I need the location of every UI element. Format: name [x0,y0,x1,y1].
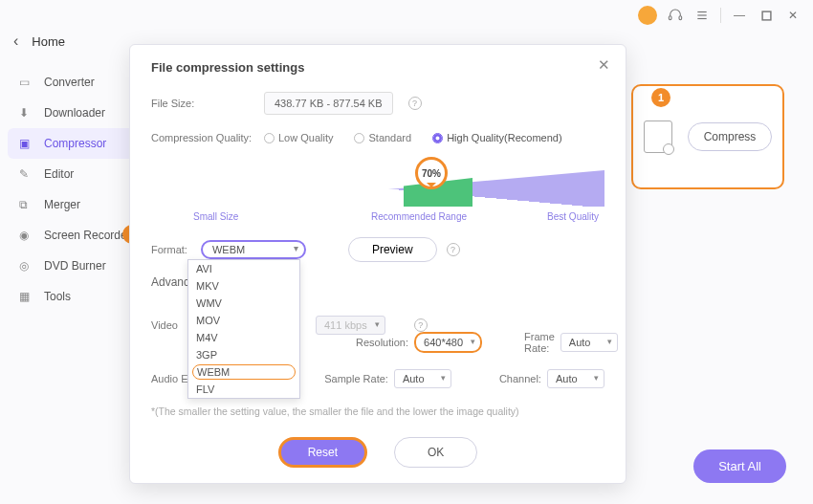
info-icon[interactable]: ? [447,243,460,256]
dvd-burner-icon: ◎ [19,259,34,273]
radio-low-quality[interactable]: Low Quality [264,132,333,143]
reset-button[interactable]: Reset [278,437,367,468]
dialog-title: File compression settings [151,60,604,75]
radio-label: Standard [368,132,411,143]
format-option[interactable]: WMV [188,295,299,312]
format-option[interactable]: M4V [188,329,299,346]
bitrate-input[interactable]: 411 kbps [316,316,385,335]
samplerate-select[interactable]: Auto [394,369,451,388]
setting-hint: *(The smaller the setting value, the sma… [151,405,604,417]
channel-label: Channel: [499,373,541,384]
sidebar-item-label: Compressor [44,137,106,150]
info-icon[interactable]: ? [408,97,422,110]
editor-icon: ✎ [19,167,34,181]
support-icon[interactable] [667,7,684,24]
home-link[interactable]: ‹ Home [13,33,65,50]
converter-icon: ▭ [19,76,34,89]
quality-gradient [193,170,604,207]
sidebar-item-label: Downloader [44,106,105,120]
quality-label: Compression Quality: [151,132,256,143]
hamburger-icon[interactable] [693,7,711,24]
format-dropdown-list[interactable]: AVI MKV WMV MOV M4V 3GP WEBM FLV [187,259,300,399]
compressor-icon: ▣ [19,137,34,150]
sidebar-item-label: Screen Recorder [44,229,131,242]
format-option[interactable]: MKV [188,277,299,295]
format-option[interactable]: 3GP [188,346,299,363]
svg-rect-1 [679,16,682,20]
format-label: Format: [151,244,187,255]
format-option[interactable]: FLV [188,381,299,398]
format-option[interactable]: MOV [188,312,299,329]
screen-recorder-icon: ◉ [19,229,34,242]
radio-label: Low Quality [278,132,333,143]
sidebar-item-label: Tools [44,290,71,303]
format-option-highlighted[interactable]: WEBM [192,364,296,380]
qlabel-recommended: Recommended Range [371,211,467,222]
ok-button[interactable]: OK [394,437,477,468]
chevron-left-icon: ‹ [13,33,18,50]
video-encoder-label: Video [151,319,178,331]
sidebar-item-label: DVD Burner [44,259,106,273]
minimize-icon[interactable]: — [731,7,748,24]
sidebar-item-label: Converter [44,76,95,89]
framerate-label: Frame Rate: [524,331,555,354]
compress-button[interactable]: Compress [688,122,773,151]
sidebar-item-label: Editor [44,167,74,181]
info-icon[interactable]: ? [414,318,428,332]
samplerate-label: Sample Rate: [324,373,388,384]
sidebar-item-label: Merger [44,198,80,211]
qlabel-best: Best Quality [547,211,599,222]
home-label: Home [32,34,65,49]
close-icon[interactable]: ✕ [595,56,612,74]
svg-rect-5 [762,11,771,20]
resolution-select[interactable]: 640*480 [414,332,482,353]
downloader-icon: ⬇ [19,106,34,120]
quality-slider[interactable]: 70% Small Size Recommended Range Best Qu… [151,161,604,222]
maximize-icon[interactable] [758,7,775,24]
format-select[interactable]: WEBM [201,240,306,259]
qlabel-small: Small Size [193,211,238,222]
resolution-label: Resolution: [356,337,408,348]
filesize-label: File Size: [151,98,256,109]
format-option[interactable]: AVI [188,260,299,277]
file-compression-settings-dialog: File compression settings ✕ File Size: 4… [129,44,626,484]
quality-percent-bubble[interactable]: 70% [415,157,448,189]
filesize-value[interactable]: 438.77 KB - 877.54 KB [264,92,393,115]
document-settings-icon[interactable] [644,121,672,153]
svg-rect-0 [669,16,671,20]
preview-button[interactable]: Preview [348,237,437,262]
radio-standard[interactable]: Standard [354,132,411,143]
start-all-button[interactable]: Start All [693,449,786,483]
framerate-select[interactable]: Auto [560,333,618,352]
callout-1: 1 [651,88,670,107]
tools-icon: ▦ [19,290,34,303]
merger-icon: ⧉ [19,198,34,211]
radio-label: High Quality(Recomend) [447,132,561,143]
radio-high-quality[interactable]: High Quality(Recomend) [432,132,561,143]
channel-select[interactable]: Auto [547,369,604,388]
user-avatar[interactable] [638,6,657,25]
close-window-icon[interactable]: ✕ [784,7,802,24]
